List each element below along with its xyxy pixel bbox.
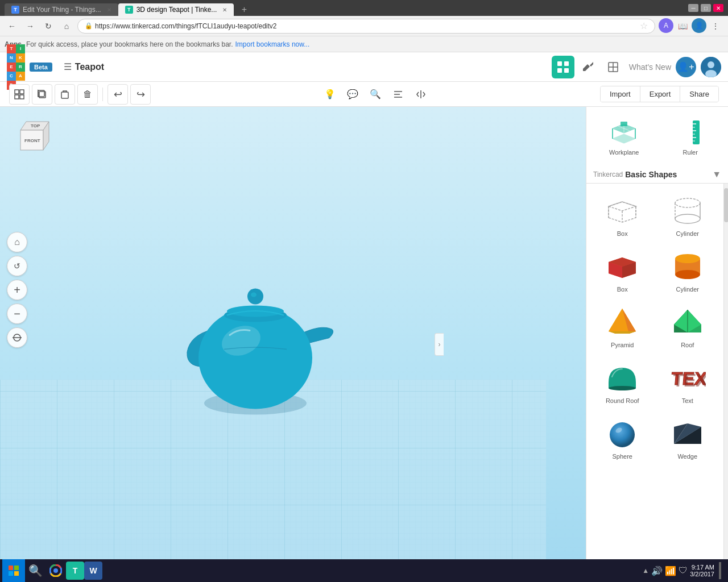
share-button[interactable]: Share xyxy=(680,86,718,102)
user-icon[interactable]: 👤 xyxy=(692,18,706,33)
viewport[interactable]: TOP FRONT ⌂ ↺ + − xyxy=(0,107,586,582)
ruler-icon xyxy=(676,117,705,147)
scroll-thumb[interactable] xyxy=(724,188,728,222)
tab-1-close[interactable]: ✕ xyxy=(107,7,111,13)
workplane-tool[interactable]: Workplane xyxy=(593,114,655,159)
shape-cylinder-hole-label: Cylinder xyxy=(676,230,699,237)
minimize-button[interactable]: ─ xyxy=(688,4,698,12)
home-view-button[interactable]: ⌂ xyxy=(7,232,27,252)
svg-point-36 xyxy=(251,293,257,297)
svg-point-57 xyxy=(675,198,700,207)
shape-roof[interactable]: Roof xyxy=(656,300,719,353)
shape-round-roof[interactable]: Round Roof xyxy=(591,355,654,409)
reader-icon[interactable]: 📖 xyxy=(675,18,690,34)
lock-icon: 🔒 xyxy=(85,22,93,30)
forward-button[interactable]: → xyxy=(23,19,38,34)
tab-2[interactable]: T 3D design Teapot | Tinke... ✕ xyxy=(118,3,234,16)
bookmark-star[interactable]: ☆ xyxy=(640,20,648,31)
svg-point-58 xyxy=(675,214,700,223)
mirror-icon[interactable] xyxy=(411,84,431,105)
category-dropdown-arrow[interactable]: ▼ xyxy=(712,169,721,180)
address-bar[interactable]: 🔒 https://www.tinkercad.com/things/fTCLI… xyxy=(77,19,655,34)
extensions-icon[interactable]: A xyxy=(659,18,673,33)
svg-rect-8 xyxy=(15,90,19,94)
undo-button[interactable]: ↩ xyxy=(107,84,128,105)
antivirus-icon[interactable]: 🛡 xyxy=(679,566,688,576)
settings-icon[interactable]: ⋮ xyxy=(708,18,723,34)
grid-view-button[interactable] xyxy=(552,56,574,78)
view-buttons: ⌂ ↺ + − xyxy=(7,232,27,348)
shape-pyramid[interactable]: Pyramid xyxy=(591,300,654,353)
zoom-out-button[interactable]: − xyxy=(7,304,27,324)
taskbar-chrome[interactable] xyxy=(46,560,66,581)
export-button[interactable]: Export xyxy=(640,86,681,102)
delete-button[interactable]: 🗑 xyxy=(77,84,98,105)
shape-wedge[interactable]: Wedge xyxy=(656,411,719,464)
shape-sphere[interactable]: Sphere xyxy=(591,411,654,464)
bulb-icon[interactable]: 💡 xyxy=(320,84,340,105)
svg-marker-37 xyxy=(613,134,635,143)
tab-1[interactable]: T Edit Your Thing - Things... ✕ xyxy=(5,3,118,16)
redo-button[interactable]: ↪ xyxy=(130,84,151,105)
new-tab-button[interactable]: + xyxy=(236,3,252,16)
network-icon[interactable]: 📶 xyxy=(665,566,676,576)
teapot-container xyxy=(167,261,361,428)
view-controls: 💡 💬 🔍 xyxy=(320,84,431,105)
maximize-button[interactable]: □ xyxy=(701,4,711,12)
taskbar-search[interactable]: 🔍 xyxy=(25,560,46,581)
tab-2-close[interactable]: ✕ xyxy=(222,7,227,13)
user-avatar[interactable] xyxy=(701,57,721,77)
align-left-icon[interactable] xyxy=(388,84,408,105)
taskbar-tinkercad[interactable]: T xyxy=(66,562,84,580)
shape-text[interactable]: TEXT TEXT Text xyxy=(656,355,719,409)
back-button[interactable]: ← xyxy=(5,19,19,34)
align-view-button[interactable] xyxy=(602,56,624,78)
tab-2-favicon: T xyxy=(125,6,133,14)
tool-view-button[interactable] xyxy=(577,56,599,78)
shape-sphere-icon xyxy=(604,415,640,452)
copy-button[interactable] xyxy=(32,84,52,105)
address-bar-row: ← → ↻ ⌂ 🔒 https://www.tinkercad.com/thin… xyxy=(0,16,728,36)
category-name: Basic Shapes xyxy=(625,170,677,179)
group-button[interactable] xyxy=(9,84,30,105)
workplane-icon xyxy=(609,117,639,147)
workplane-label: Workplane xyxy=(609,149,639,156)
shapes-area: Box Cylinder xyxy=(586,184,728,582)
comment-icon[interactable]: 💬 xyxy=(342,84,363,105)
close-button[interactable]: ✕ xyxy=(713,4,723,12)
search-icon[interactable]: 🔍 xyxy=(365,84,386,105)
taskbar-clock: 9:17 AM 3/2/2017 xyxy=(690,564,714,577)
zoom-in-button[interactable]: + xyxy=(7,280,27,300)
ruler-label: Ruler xyxy=(683,149,698,156)
reload-button[interactable]: ↻ xyxy=(41,19,56,34)
collapse-panel-button[interactable]: › xyxy=(435,333,444,356)
svg-point-79 xyxy=(610,422,635,447)
shapes-scroll[interactable]: Box Cylinder xyxy=(586,184,723,582)
tray-icon-1: ▲ xyxy=(642,567,649,575)
home-button[interactable]: ⌂ xyxy=(59,19,74,34)
show-desktop-button[interactable] xyxy=(719,562,721,579)
bookmarks-link[interactable]: Import bookmarks now... xyxy=(235,40,310,48)
zoom-fit-button[interactable] xyxy=(7,327,27,348)
shape-box-hole[interactable]: Box xyxy=(591,188,654,242)
paste-button[interactable] xyxy=(55,84,75,105)
start-button[interactable] xyxy=(2,559,25,582)
import-button[interactable]: Import xyxy=(601,86,640,102)
svg-rect-86 xyxy=(14,566,19,570)
rotate-view-button[interactable]: ↺ xyxy=(7,256,27,276)
shape-cylinder-solid[interactable]: Cylinder xyxy=(656,244,719,297)
taskbar-right: ▲ 🔊 📶 🛡 9:17 AM 3/2/2017 xyxy=(638,562,726,579)
shape-cylinder-hole[interactable]: Cylinder xyxy=(656,188,719,242)
nav-cube[interactable]: TOP FRONT xyxy=(9,116,50,161)
speaker-icon[interactable]: 🔊 xyxy=(651,566,663,576)
window-controls: ─ □ ✕ xyxy=(688,4,723,12)
add-user-button[interactable]: 👤+ xyxy=(676,57,696,77)
whats-new-button[interactable]: What's New xyxy=(629,63,671,72)
shape-box-hole-icon xyxy=(604,193,640,229)
taskbar-word[interactable]: W xyxy=(84,562,102,580)
ruler-tool[interactable]: Ruler xyxy=(660,114,722,159)
browser-toolbar-icons: A 📖 👤 ⋮ xyxy=(659,18,723,34)
logo-cell-i: I xyxy=(16,44,25,53)
shape-box-solid[interactable]: Box xyxy=(591,244,654,297)
scroll-bar[interactable] xyxy=(723,184,728,582)
